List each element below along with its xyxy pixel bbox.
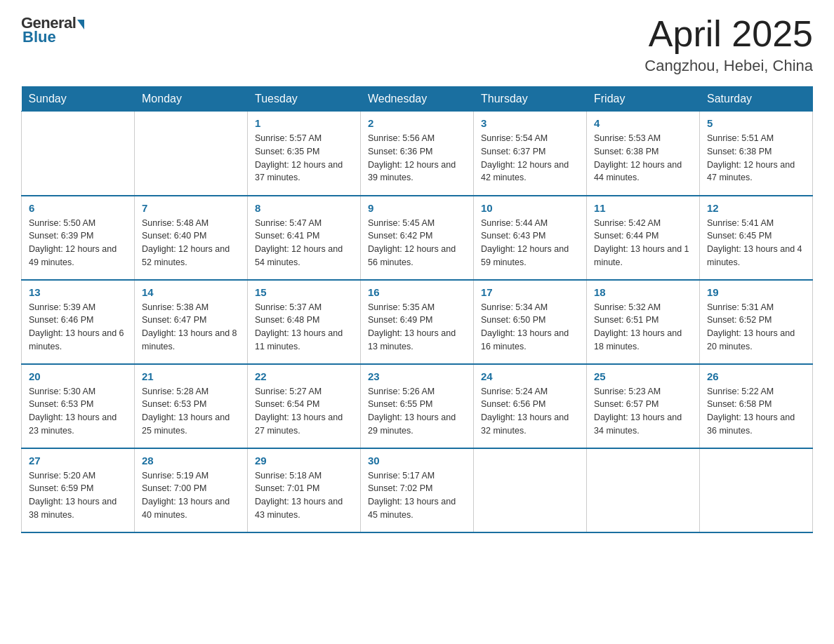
calendar-cell: 11Sunrise: 5:42 AM Sunset: 6:44 PM Dayli… [587,196,700,280]
day-number: 17 [481,286,579,298]
day-info: Sunrise: 5:57 AM Sunset: 6:35 PM Dayligh… [255,132,353,185]
logo-arrow-icon [77,20,84,29]
day-number: 3 [481,117,579,129]
calendar-cell [587,448,700,532]
column-header-friday: Friday [587,87,700,112]
day-number: 27 [29,455,127,467]
calendar-cell: 6Sunrise: 5:50 AM Sunset: 6:39 PM Daylig… [22,196,135,280]
day-info: Sunrise: 5:50 AM Sunset: 6:39 PM Dayligh… [29,217,127,269]
calendar-cell [135,112,248,196]
calendar-cell: 20Sunrise: 5:30 AM Sunset: 6:53 PM Dayli… [22,364,135,448]
day-number: 26 [707,370,805,382]
calendar-cell: 19Sunrise: 5:31 AM Sunset: 6:52 PM Dayli… [700,280,813,364]
day-number: 15 [255,286,353,298]
day-number: 25 [594,370,692,382]
week-row-5: 27Sunrise: 5:20 AM Sunset: 6:59 PM Dayli… [22,448,813,532]
week-row-4: 20Sunrise: 5:30 AM Sunset: 6:53 PM Dayli… [22,364,813,448]
column-header-thursday: Thursday [474,87,587,112]
day-number: 2 [368,117,466,129]
day-number: 12 [707,202,805,214]
day-info: Sunrise: 5:34 AM Sunset: 6:50 PM Dayligh… [481,301,579,354]
day-info: Sunrise: 5:35 AM Sunset: 6:49 PM Dayligh… [368,301,466,354]
day-number: 7 [142,202,240,214]
day-number: 29 [255,455,353,467]
day-number: 11 [594,202,692,214]
column-header-monday: Monday [135,87,248,112]
calendar-cell: 13Sunrise: 5:39 AM Sunset: 6:46 PM Dayli… [22,280,135,364]
day-number: 23 [368,370,466,382]
day-info: Sunrise: 5:56 AM Sunset: 6:36 PM Dayligh… [368,132,466,185]
day-info: Sunrise: 5:28 AM Sunset: 6:53 PM Dayligh… [142,385,240,438]
calendar-cell: 16Sunrise: 5:35 AM Sunset: 6:49 PM Dayli… [361,280,474,364]
day-number: 18 [594,286,692,298]
calendar-header-row: SundayMondayTuesdayWednesdayThursdayFrid… [22,87,813,112]
day-info: Sunrise: 5:17 AM Sunset: 7:02 PM Dayligh… [368,469,466,522]
day-info: Sunrise: 5:26 AM Sunset: 6:55 PM Dayligh… [368,385,466,438]
calendar-cell: 21Sunrise: 5:28 AM Sunset: 6:53 PM Dayli… [135,364,248,448]
calendar-cell [22,112,135,196]
calendar-cell: 28Sunrise: 5:19 AM Sunset: 7:00 PM Dayli… [135,448,248,532]
day-number: 4 [594,117,692,129]
week-row-3: 13Sunrise: 5:39 AM Sunset: 6:46 PM Dayli… [22,280,813,364]
day-number: 10 [481,202,579,214]
day-info: Sunrise: 5:24 AM Sunset: 6:56 PM Dayligh… [481,385,579,438]
calendar-subtitle: Cangzhou, Hebei, China [644,57,813,75]
day-info: Sunrise: 5:42 AM Sunset: 6:44 PM Dayligh… [594,217,692,269]
day-info: Sunrise: 5:19 AM Sunset: 7:00 PM Dayligh… [142,469,240,522]
day-number: 6 [29,202,127,214]
calendar-cell: 24Sunrise: 5:24 AM Sunset: 6:56 PM Dayli… [474,364,587,448]
calendar-cell: 26Sunrise: 5:22 AM Sunset: 6:58 PM Dayli… [700,364,813,448]
calendar-cell: 12Sunrise: 5:41 AM Sunset: 6:45 PM Dayli… [700,196,813,280]
logo-blue-text: Blue [22,28,56,46]
column-header-wednesday: Wednesday [361,87,474,112]
day-info: Sunrise: 5:45 AM Sunset: 6:42 PM Dayligh… [368,217,466,269]
column-header-tuesday: Tuesday [248,87,361,112]
calendar-cell: 27Sunrise: 5:20 AM Sunset: 6:59 PM Dayli… [22,448,135,532]
calendar-cell: 15Sunrise: 5:37 AM Sunset: 6:48 PM Dayli… [248,280,361,364]
day-info: Sunrise: 5:53 AM Sunset: 6:38 PM Dayligh… [594,132,692,185]
calendar-cell: 14Sunrise: 5:38 AM Sunset: 6:47 PM Dayli… [135,280,248,364]
day-number: 1 [255,117,353,129]
column-header-sunday: Sunday [22,87,135,112]
day-number: 22 [255,370,353,382]
calendar-cell: 9Sunrise: 5:45 AM Sunset: 6:42 PM Daylig… [361,196,474,280]
day-number: 16 [368,286,466,298]
day-number: 19 [707,286,805,298]
calendar-cell: 17Sunrise: 5:34 AM Sunset: 6:50 PM Dayli… [474,280,587,364]
calendar-cell: 29Sunrise: 5:18 AM Sunset: 7:01 PM Dayli… [248,448,361,532]
calendar-cell: 22Sunrise: 5:27 AM Sunset: 6:54 PM Dayli… [248,364,361,448]
page-header: General Blue April 2025 Cangzhou, Hebei,… [21,14,813,75]
calendar-cell: 23Sunrise: 5:26 AM Sunset: 6:55 PM Dayli… [361,364,474,448]
week-row-1: 1Sunrise: 5:57 AM Sunset: 6:35 PM Daylig… [22,112,813,196]
week-row-2: 6Sunrise: 5:50 AM Sunset: 6:39 PM Daylig… [22,196,813,280]
day-info: Sunrise: 5:18 AM Sunset: 7:01 PM Dayligh… [255,469,353,522]
day-info: Sunrise: 5:38 AM Sunset: 6:47 PM Dayligh… [142,301,240,354]
calendar-cell: 10Sunrise: 5:44 AM Sunset: 6:43 PM Dayli… [474,196,587,280]
day-number: 9 [368,202,466,214]
day-info: Sunrise: 5:22 AM Sunset: 6:58 PM Dayligh… [707,385,805,438]
day-number: 14 [142,286,240,298]
day-info: Sunrise: 5:27 AM Sunset: 6:54 PM Dayligh… [255,385,353,438]
title-block: April 2025 Cangzhou, Hebei, China [644,14,813,75]
day-info: Sunrise: 5:51 AM Sunset: 6:38 PM Dayligh… [707,132,805,185]
calendar-cell: 5Sunrise: 5:51 AM Sunset: 6:38 PM Daylig… [700,112,813,196]
day-number: 13 [29,286,127,298]
day-number: 21 [142,370,240,382]
day-info: Sunrise: 5:44 AM Sunset: 6:43 PM Dayligh… [481,217,579,269]
day-number: 20 [29,370,127,382]
logo: General Blue [21,14,84,46]
calendar-cell: 3Sunrise: 5:54 AM Sunset: 6:37 PM Daylig… [474,112,587,196]
calendar-cell [700,448,813,532]
day-info: Sunrise: 5:20 AM Sunset: 6:59 PM Dayligh… [29,469,127,522]
calendar-cell: 4Sunrise: 5:53 AM Sunset: 6:38 PM Daylig… [587,112,700,196]
day-number: 30 [368,455,466,467]
day-info: Sunrise: 5:37 AM Sunset: 6:48 PM Dayligh… [255,301,353,354]
day-info: Sunrise: 5:41 AM Sunset: 6:45 PM Dayligh… [707,217,805,269]
calendar-cell: 8Sunrise: 5:47 AM Sunset: 6:41 PM Daylig… [248,196,361,280]
day-info: Sunrise: 5:48 AM Sunset: 6:40 PM Dayligh… [142,217,240,269]
day-info: Sunrise: 5:32 AM Sunset: 6:51 PM Dayligh… [594,301,692,354]
calendar-cell: 18Sunrise: 5:32 AM Sunset: 6:51 PM Dayli… [587,280,700,364]
column-header-saturday: Saturday [700,87,813,112]
day-info: Sunrise: 5:31 AM Sunset: 6:52 PM Dayligh… [707,301,805,354]
day-info: Sunrise: 5:54 AM Sunset: 6:37 PM Dayligh… [481,132,579,185]
